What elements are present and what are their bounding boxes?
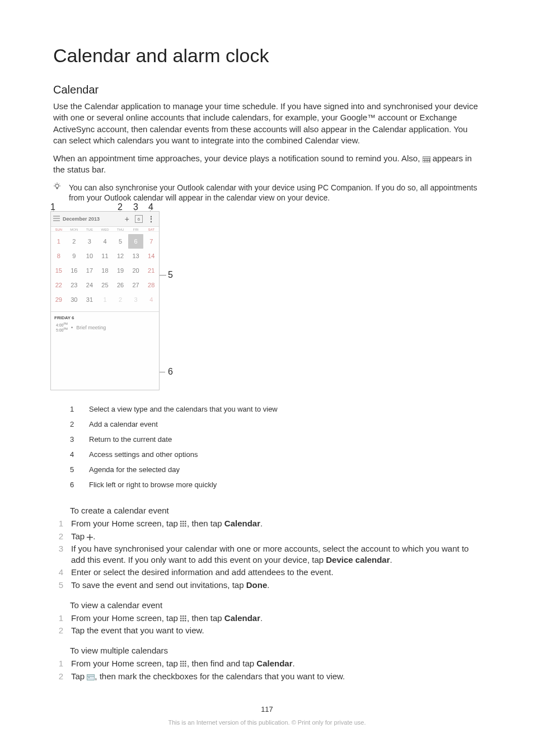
lightbulb-tip-icon (53, 183, 62, 204)
svg-rect-28 (182, 615, 184, 617)
svg-rect-47 (88, 677, 90, 678)
calendar-day: 23 (67, 278, 82, 292)
instruction-step: 4Enter or select the desired information… (53, 566, 481, 578)
calendar-day: 22 (51, 278, 67, 292)
svg-rect-39 (180, 663, 182, 665)
calendar-day: 7 (143, 234, 159, 249)
footer-text: This is an Internet version of this publ… (53, 719, 481, 726)
calendar-day: 20 (128, 263, 144, 278)
svg-line-10 (55, 184, 55, 184)
instruction-step: 2Tap . (53, 530, 481, 543)
svg-rect-36 (180, 661, 182, 662)
legend-row: 1Select a view type and the calendars th… (70, 402, 481, 417)
svg-rect-16 (180, 521, 182, 522)
instruction-step: 1From your Home screen, tap , then find … (53, 657, 481, 670)
svg-rect-31 (182, 618, 184, 619)
apps-icon (180, 519, 187, 528)
dow-label: MON (67, 228, 82, 231)
overflow-icon: ⋮ (145, 214, 157, 223)
calendar-screenshot: 1 2 3 4 5 6 December 2013 + 6 ⋮ SUNMONTU… (50, 211, 160, 390)
svg-rect-35 (185, 620, 186, 622)
svg-rect-40 (182, 663, 184, 665)
legend-row: 4Access settings and other options (70, 447, 481, 462)
legend-row: 5Agenda for the selected day (70, 462, 481, 477)
svg-rect-12 (57, 188, 58, 189)
agenda-heading: FRIDAY 6 (51, 311, 159, 323)
calendar-day: 9 (67, 249, 82, 263)
calendar-day: 6 (128, 234, 144, 249)
svg-rect-37 (182, 661, 184, 662)
calendar-day: 16 (67, 263, 82, 278)
calendar-day: 18 (97, 263, 113, 278)
calendar-day: 19 (113, 263, 128, 278)
instr-heading-view-multiple: To view multiple calendars (70, 646, 481, 655)
calendar-day: 25 (97, 278, 113, 292)
calendar-day: 4 (143, 292, 159, 307)
calendar-day: 1 (97, 292, 113, 307)
instruction-step: 5To save the event and send out invitati… (53, 579, 481, 591)
instr-heading-create: To create a calendar event (70, 506, 481, 515)
calendar-day: 28 (143, 278, 159, 292)
apps-icon (180, 613, 187, 623)
calendar-day: 2 (67, 234, 82, 249)
calendar-day: 5 (113, 234, 128, 249)
calendar-day: 12 (113, 249, 128, 263)
dow-label: SUN (51, 228, 67, 231)
calendar-day: 26 (113, 278, 128, 292)
svg-rect-45 (87, 674, 95, 680)
svg-rect-29 (185, 615, 186, 617)
svg-rect-24 (185, 525, 186, 527)
svg-rect-34 (182, 620, 184, 622)
calendar-day: 17 (82, 263, 97, 278)
svg-rect-42 (180, 665, 182, 667)
calendar-day: 4 (97, 234, 113, 249)
tip-text: You can also synchronise your Outlook ca… (69, 183, 481, 204)
calendar-day: 29 (51, 292, 67, 307)
intro-paragraph-2: When an appointment time approaches, you… (53, 153, 481, 176)
calendar-day: 14 (143, 249, 159, 263)
svg-point-6 (55, 184, 59, 188)
svg-rect-20 (182, 523, 184, 525)
intro-paragraph-1: Use the Calendar application to manage y… (53, 101, 481, 146)
svg-rect-23 (182, 525, 184, 527)
calendar-day: 8 (51, 249, 67, 263)
instruction-step: 2Tap , then mark the checkboxes for the … (53, 670, 481, 683)
svg-rect-17 (182, 521, 184, 522)
svg-rect-18 (185, 521, 186, 522)
svg-rect-22 (180, 525, 182, 527)
calendar-day: 15 (51, 263, 67, 278)
calendar-day: 21 (143, 263, 159, 278)
instruction-step: 2Tap the event that you want to view. (53, 624, 481, 637)
svg-rect-33 (180, 620, 182, 622)
svg-rect-27 (180, 615, 182, 617)
calendar-day: 3 (82, 234, 97, 249)
calendar-day: 3 (128, 292, 144, 307)
svg-rect-30 (180, 618, 182, 619)
callout-5: 5 (168, 270, 173, 280)
calendar-day: 24 (82, 278, 97, 292)
svg-rect-19 (180, 523, 182, 525)
callout-6: 6 (168, 367, 173, 377)
calendar-day: 27 (128, 278, 144, 292)
calmini-icon (87, 671, 95, 681)
svg-rect-44 (185, 665, 186, 667)
instruction-step: 3If you have synchronised your calendar … (53, 543, 481, 567)
dow-label: TUE (82, 228, 97, 231)
calendar-month-title: December 2013 (60, 216, 121, 222)
calendar-day: 10 (82, 249, 97, 263)
legend-row: 2Add a calendar event (70, 417, 481, 432)
svg-rect-41 (185, 663, 186, 665)
svg-line-11 (59, 184, 59, 184)
legend-row: 6Flick left or right to browse more quic… (70, 477, 481, 492)
calendar-day: 31 (82, 292, 97, 307)
instr-heading-view-event: To view a calendar event (70, 600, 481, 610)
add-event-icon: + (121, 214, 133, 223)
calendar-day: 11 (97, 249, 113, 263)
dow-label: WED (97, 228, 113, 231)
svg-rect-38 (185, 661, 186, 662)
svg-rect-21 (185, 523, 186, 525)
svg-rect-32 (185, 618, 186, 619)
dow-label: FRI (128, 228, 144, 231)
calendar-day: 13 (128, 249, 144, 263)
calendar-day: 2 (113, 292, 128, 307)
